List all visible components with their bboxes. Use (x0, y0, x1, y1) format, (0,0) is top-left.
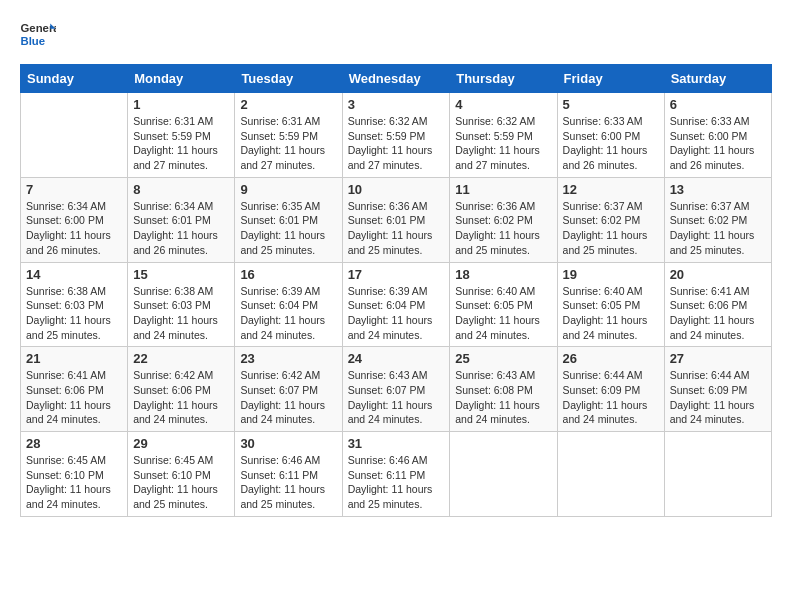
weekday-header-wednesday: Wednesday (342, 65, 450, 93)
day-cell: 10Sunrise: 6:36 AM Sunset: 6:01 PM Dayli… (342, 177, 450, 262)
day-info: Sunrise: 6:44 AM Sunset: 6:09 PM Dayligh… (563, 368, 659, 427)
day-info: Sunrise: 6:34 AM Sunset: 6:01 PM Dayligh… (133, 199, 229, 258)
day-number: 16 (240, 267, 336, 282)
day-info: Sunrise: 6:40 AM Sunset: 6:05 PM Dayligh… (455, 284, 551, 343)
day-info: Sunrise: 6:43 AM Sunset: 6:08 PM Dayligh… (455, 368, 551, 427)
day-cell: 11Sunrise: 6:36 AM Sunset: 6:02 PM Dayli… (450, 177, 557, 262)
day-info: Sunrise: 6:41 AM Sunset: 6:06 PM Dayligh… (26, 368, 122, 427)
day-cell: 24Sunrise: 6:43 AM Sunset: 6:07 PM Dayli… (342, 347, 450, 432)
day-info: Sunrise: 6:42 AM Sunset: 6:06 PM Dayligh… (133, 368, 229, 427)
day-info: Sunrise: 6:35 AM Sunset: 6:01 PM Dayligh… (240, 199, 336, 258)
day-number: 15 (133, 267, 229, 282)
week-row-3: 14Sunrise: 6:38 AM Sunset: 6:03 PM Dayli… (21, 262, 772, 347)
day-number: 14 (26, 267, 122, 282)
day-cell: 21Sunrise: 6:41 AM Sunset: 6:06 PM Dayli… (21, 347, 128, 432)
day-cell: 27Sunrise: 6:44 AM Sunset: 6:09 PM Dayli… (664, 347, 771, 432)
day-info: Sunrise: 6:46 AM Sunset: 6:11 PM Dayligh… (240, 453, 336, 512)
day-cell: 14Sunrise: 6:38 AM Sunset: 6:03 PM Dayli… (21, 262, 128, 347)
weekday-header-row: SundayMondayTuesdayWednesdayThursdayFrid… (21, 65, 772, 93)
day-info: Sunrise: 6:44 AM Sunset: 6:09 PM Dayligh… (670, 368, 766, 427)
day-number: 1 (133, 97, 229, 112)
day-cell: 26Sunrise: 6:44 AM Sunset: 6:09 PM Dayli… (557, 347, 664, 432)
day-info: Sunrise: 6:33 AM Sunset: 6:00 PM Dayligh… (563, 114, 659, 173)
day-number: 24 (348, 351, 445, 366)
day-number: 10 (348, 182, 445, 197)
day-number: 29 (133, 436, 229, 451)
day-cell (450, 432, 557, 517)
day-info: Sunrise: 6:43 AM Sunset: 6:07 PM Dayligh… (348, 368, 445, 427)
day-info: Sunrise: 6:31 AM Sunset: 5:59 PM Dayligh… (240, 114, 336, 173)
day-info: Sunrise: 6:39 AM Sunset: 6:04 PM Dayligh… (348, 284, 445, 343)
day-info: Sunrise: 6:38 AM Sunset: 6:03 PM Dayligh… (133, 284, 229, 343)
day-cell: 3Sunrise: 6:32 AM Sunset: 5:59 PM Daylig… (342, 93, 450, 178)
day-cell: 9Sunrise: 6:35 AM Sunset: 6:01 PM Daylig… (235, 177, 342, 262)
day-info: Sunrise: 6:39 AM Sunset: 6:04 PM Dayligh… (240, 284, 336, 343)
day-cell: 1Sunrise: 6:31 AM Sunset: 5:59 PM Daylig… (128, 93, 235, 178)
day-cell: 23Sunrise: 6:42 AM Sunset: 6:07 PM Dayli… (235, 347, 342, 432)
day-info: Sunrise: 6:46 AM Sunset: 6:11 PM Dayligh… (348, 453, 445, 512)
day-cell: 22Sunrise: 6:42 AM Sunset: 6:06 PM Dayli… (128, 347, 235, 432)
day-cell: 30Sunrise: 6:46 AM Sunset: 6:11 PM Dayli… (235, 432, 342, 517)
day-cell: 7Sunrise: 6:34 AM Sunset: 6:00 PM Daylig… (21, 177, 128, 262)
day-cell: 2Sunrise: 6:31 AM Sunset: 5:59 PM Daylig… (235, 93, 342, 178)
day-number: 7 (26, 182, 122, 197)
day-cell (664, 432, 771, 517)
day-number: 26 (563, 351, 659, 366)
day-number: 13 (670, 182, 766, 197)
day-cell: 28Sunrise: 6:45 AM Sunset: 6:10 PM Dayli… (21, 432, 128, 517)
header: General Blue (20, 20, 772, 48)
day-number: 17 (348, 267, 445, 282)
day-info: Sunrise: 6:32 AM Sunset: 5:59 PM Dayligh… (455, 114, 551, 173)
day-number: 4 (455, 97, 551, 112)
day-number: 18 (455, 267, 551, 282)
day-number: 20 (670, 267, 766, 282)
day-info: Sunrise: 6:31 AM Sunset: 5:59 PM Dayligh… (133, 114, 229, 173)
day-info: Sunrise: 6:36 AM Sunset: 6:02 PM Dayligh… (455, 199, 551, 258)
day-number: 21 (26, 351, 122, 366)
day-info: Sunrise: 6:45 AM Sunset: 6:10 PM Dayligh… (26, 453, 122, 512)
day-number: 8 (133, 182, 229, 197)
day-cell: 16Sunrise: 6:39 AM Sunset: 6:04 PM Dayli… (235, 262, 342, 347)
day-info: Sunrise: 6:32 AM Sunset: 5:59 PM Dayligh… (348, 114, 445, 173)
weekday-header-thursday: Thursday (450, 65, 557, 93)
day-number: 28 (26, 436, 122, 451)
weekday-header-sunday: Sunday (21, 65, 128, 93)
day-cell: 15Sunrise: 6:38 AM Sunset: 6:03 PM Dayli… (128, 262, 235, 347)
calendar: SundayMondayTuesdayWednesdayThursdayFrid… (20, 64, 772, 517)
day-info: Sunrise: 6:45 AM Sunset: 6:10 PM Dayligh… (133, 453, 229, 512)
day-info: Sunrise: 6:40 AM Sunset: 6:05 PM Dayligh… (563, 284, 659, 343)
week-row-1: 1Sunrise: 6:31 AM Sunset: 5:59 PM Daylig… (21, 93, 772, 178)
week-row-4: 21Sunrise: 6:41 AM Sunset: 6:06 PM Dayli… (21, 347, 772, 432)
logo-icon: General Blue (20, 20, 56, 48)
day-cell: 31Sunrise: 6:46 AM Sunset: 6:11 PM Dayli… (342, 432, 450, 517)
day-number: 12 (563, 182, 659, 197)
day-number: 22 (133, 351, 229, 366)
week-row-2: 7Sunrise: 6:34 AM Sunset: 6:00 PM Daylig… (21, 177, 772, 262)
day-info: Sunrise: 6:36 AM Sunset: 6:01 PM Dayligh… (348, 199, 445, 258)
day-number: 31 (348, 436, 445, 451)
day-cell: 5Sunrise: 6:33 AM Sunset: 6:00 PM Daylig… (557, 93, 664, 178)
day-cell: 25Sunrise: 6:43 AM Sunset: 6:08 PM Dayli… (450, 347, 557, 432)
logo: General Blue (20, 20, 56, 48)
day-number: 30 (240, 436, 336, 451)
weekday-header-saturday: Saturday (664, 65, 771, 93)
day-cell: 4Sunrise: 6:32 AM Sunset: 5:59 PM Daylig… (450, 93, 557, 178)
week-row-5: 28Sunrise: 6:45 AM Sunset: 6:10 PM Dayli… (21, 432, 772, 517)
day-info: Sunrise: 6:37 AM Sunset: 6:02 PM Dayligh… (563, 199, 659, 258)
day-number: 5 (563, 97, 659, 112)
day-number: 27 (670, 351, 766, 366)
day-cell (557, 432, 664, 517)
day-info: Sunrise: 6:41 AM Sunset: 6:06 PM Dayligh… (670, 284, 766, 343)
day-number: 25 (455, 351, 551, 366)
day-info: Sunrise: 6:42 AM Sunset: 6:07 PM Dayligh… (240, 368, 336, 427)
day-cell: 20Sunrise: 6:41 AM Sunset: 6:06 PM Dayli… (664, 262, 771, 347)
day-cell: 12Sunrise: 6:37 AM Sunset: 6:02 PM Dayli… (557, 177, 664, 262)
day-cell: 13Sunrise: 6:37 AM Sunset: 6:02 PM Dayli… (664, 177, 771, 262)
weekday-header-monday: Monday (128, 65, 235, 93)
day-number: 2 (240, 97, 336, 112)
day-cell: 19Sunrise: 6:40 AM Sunset: 6:05 PM Dayli… (557, 262, 664, 347)
day-number: 23 (240, 351, 336, 366)
svg-text:Blue: Blue (21, 35, 46, 47)
day-cell: 29Sunrise: 6:45 AM Sunset: 6:10 PM Dayli… (128, 432, 235, 517)
day-info: Sunrise: 6:33 AM Sunset: 6:00 PM Dayligh… (670, 114, 766, 173)
